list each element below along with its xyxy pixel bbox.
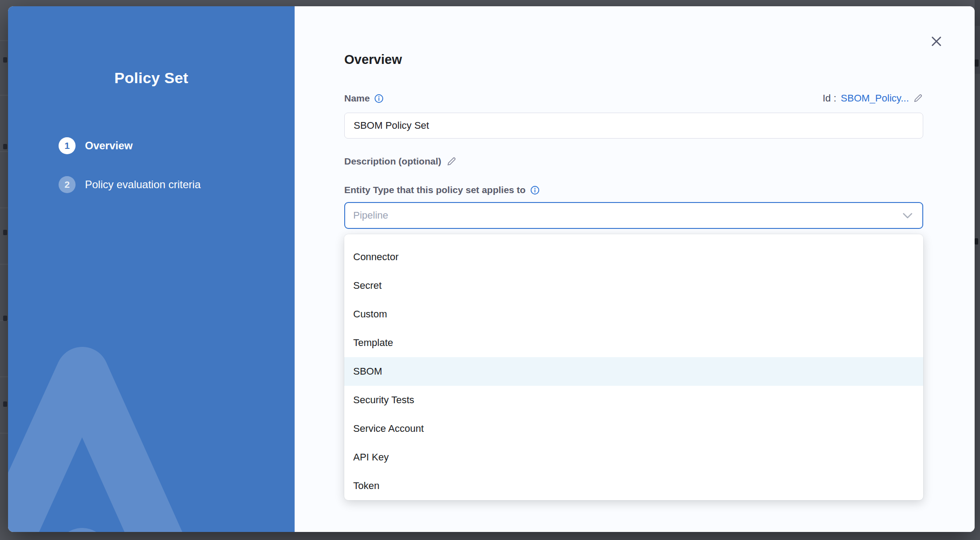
background-row-divider	[0, 40, 8, 41]
description-label: Description (optional)	[344, 156, 441, 167]
step-label: Policy evaluation criteria	[85, 178, 201, 191]
entity-type-select[interactable]: Pipeline	[344, 202, 923, 229]
name-label-group: Name	[344, 93, 384, 104]
background-header-fragment	[975, 0, 980, 26]
background-text-fragment	[975, 59, 979, 67]
background-row-divider	[0, 264, 8, 265]
entity-type-dropdown-menu: Feature Flag Connector Secret Custom Tem…	[344, 234, 923, 500]
background-row-divider	[0, 151, 8, 152]
background-row-divider	[0, 207, 8, 208]
name-label: Name	[344, 93, 370, 104]
chevron-down-icon	[903, 213, 912, 219]
step-overview[interactable]: 1 Overview	[59, 137, 201, 154]
step-label: Overview	[85, 139, 133, 152]
entity-type-label: Entity Type that this policy set applies…	[344, 185, 526, 195]
background-text-fragment	[3, 144, 7, 149]
dropdown-option[interactable]: Token	[344, 472, 923, 500]
background-row-divider	[0, 433, 8, 434]
harness-logo-watermark	[8, 340, 295, 532]
name-input[interactable]	[344, 113, 923, 139]
dropdown-option[interactable]: Service Account	[344, 414, 923, 443]
edit-description-pencil-icon[interactable]	[447, 156, 457, 167]
wizard-sidebar: Policy Set 1 Overview 2 Policy evaluatio…	[8, 6, 295, 532]
id-prefix: Id :	[823, 93, 836, 104]
name-row: Name Id : SBOM_Policy...	[344, 93, 923, 104]
edit-id-pencil-icon[interactable]	[913, 93, 923, 103]
entity-id-group: Id : SBOM_Policy...	[823, 93, 923, 104]
dropdown-option[interactable]: API Key	[344, 443, 923, 472]
step-number-badge: 2	[59, 176, 76, 193]
background-row-divider	[0, 376, 8, 377]
dropdown-option-list: Feature Flag Connector Secret Custom Tem…	[344, 234, 923, 500]
dropdown-option[interactable]: SBOM	[344, 357, 923, 386]
screen: Policy Set 1 Overview 2 Policy evaluatio…	[0, 0, 980, 540]
close-button[interactable]	[926, 31, 946, 51]
background-row-divider	[0, 95, 8, 96]
page-title: Overview	[344, 52, 402, 67]
background-text-fragment	[975, 238, 978, 245]
description-row: Description (optional)	[344, 156, 457, 167]
wizard-steps: 1 Overview 2 Policy evaluation criteria	[59, 137, 201, 193]
close-icon	[931, 36, 942, 47]
dialog-title: Policy Set	[8, 69, 295, 87]
overview-step-panel: Overview Name Id : SBOM_Policy...	[295, 6, 975, 532]
background-text-fragment	[3, 57, 7, 63]
step-number-badge: 1	[59, 137, 76, 154]
info-icon[interactable]	[530, 186, 540, 195]
entity-id-link[interactable]: SBOM_Policy...	[841, 93, 909, 104]
background-text-fragment	[3, 401, 7, 407]
dropdown-option[interactable]: Template	[344, 329, 923, 357]
dropdown-option[interactable]: Custom	[344, 300, 923, 329]
dropdown-option-clipped[interactable]: Feature Flag	[344, 234, 923, 243]
dropdown-option[interactable]: Security Tests	[344, 386, 923, 414]
select-placeholder: Pipeline	[353, 210, 903, 221]
step-policy-evaluation-criteria[interactable]: 2 Policy evaluation criteria	[59, 176, 201, 193]
dropdown-option[interactable]: Secret	[344, 271, 923, 300]
background-text-fragment	[3, 230, 7, 235]
policy-set-dialog: Policy Set 1 Overview 2 Policy evaluatio…	[8, 6, 975, 532]
info-icon[interactable]	[374, 94, 384, 103]
background-right-strip	[975, 0, 980, 540]
dropdown-option[interactable]: Connector	[344, 243, 923, 271]
entity-type-row: Entity Type that this policy set applies…	[344, 185, 540, 195]
background-text-fragment	[3, 316, 7, 321]
